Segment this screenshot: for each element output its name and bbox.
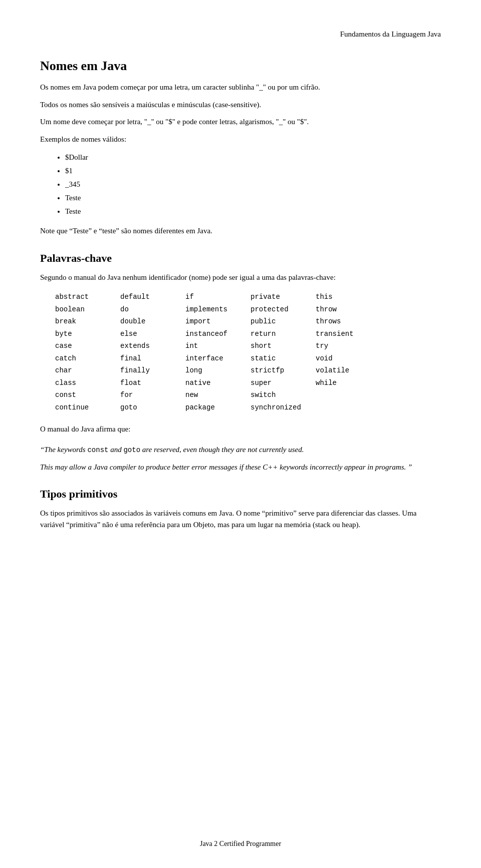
keyword: while <box>316 377 381 389</box>
keyword <box>316 389 381 401</box>
list-item: $1 <box>65 164 441 178</box>
keyword: import <box>185 315 251 328</box>
list-item: $Dollar <box>65 151 441 164</box>
keyword: continue <box>55 401 120 414</box>
keyword: long <box>185 364 251 377</box>
keyword: void <box>316 352 381 365</box>
keyword: try <box>316 340 381 352</box>
keyword: new <box>185 389 251 401</box>
keyword-goto: goto <box>123 446 140 454</box>
section1-para1: Os nomes em Java podem começar por uma l… <box>40 82 441 93</box>
section2-para1: Segundo o manual do Java nenhum identifi… <box>40 272 441 283</box>
quote-line2: This may allow a Java compiler to produc… <box>40 462 441 473</box>
section2-note-label: O manual do Java afirma que: <box>40 423 441 435</box>
list-item: Teste <box>65 205 441 218</box>
section1-examples-label: Exemplos de nomes válidos: <box>40 134 441 145</box>
section1-para3: Um nome deve começar por letra, "_" ou "… <box>40 116 441 128</box>
keyword: if <box>185 291 251 303</box>
keyword: switch <box>251 389 316 401</box>
keyword: double <box>120 315 185 328</box>
keyword: extends <box>120 340 185 352</box>
keyword: else <box>120 328 185 340</box>
keyword: super <box>251 377 316 389</box>
section2-title: Palavras-chave <box>40 252 441 265</box>
section3-title: Tipos primitivos <box>40 488 441 501</box>
keyword: goto <box>120 401 185 414</box>
keyword: char <box>55 364 120 377</box>
keyword: for <box>120 389 185 401</box>
quote-text2: and <box>108 446 123 454</box>
keyword: short <box>251 340 316 352</box>
keyword-const: const <box>87 446 108 454</box>
keyword: synchronized <box>251 401 316 414</box>
header-title: Fundamentos da Linguagem Java <box>340 30 441 38</box>
section1-title: Nomes em Java <box>40 59 441 74</box>
quote-text1: “The keywords <box>40 446 87 454</box>
keyword: protected <box>251 303 316 316</box>
keyword: native <box>185 377 251 389</box>
footer-text: Java 2 Certified Programmer <box>200 840 281 847</box>
keyword: interface <box>185 352 251 365</box>
keyword: strictfp <box>251 364 316 377</box>
keyword: final <box>120 352 185 365</box>
keyword: break <box>55 315 120 328</box>
keyword: byte <box>55 328 120 340</box>
keyword: static <box>251 352 316 365</box>
keyword: volatile <box>316 364 381 377</box>
keyword: abstract <box>55 291 120 303</box>
keyword: case <box>55 340 120 352</box>
keyword <box>316 401 381 414</box>
section1-note: Note que “Teste” e “teste” são nomes dif… <box>40 225 441 237</box>
keyword: return <box>251 328 316 340</box>
quote-text4: This may allow a Java compiler to produc… <box>40 463 412 471</box>
keyword: boolean <box>55 303 120 316</box>
list-item: Teste <box>65 191 441 205</box>
keyword: int <box>185 340 251 352</box>
keyword: instanceof <box>185 328 251 340</box>
keyword: private <box>251 291 316 303</box>
keyword: finally <box>120 364 185 377</box>
keyword: transient <box>316 328 381 340</box>
quote-line1: “The keywords const and goto are reserve… <box>40 444 441 456</box>
page: Fundamentos da Linguagem Java Nomes em J… <box>0 0 481 868</box>
keyword: throw <box>316 303 381 316</box>
quote-block: “The keywords const and goto are reserve… <box>40 444 441 473</box>
section1-para2: Todos os nomes são sensíveis a maiúscula… <box>40 99 441 111</box>
quote-text3: are reserved, even though they are not c… <box>140 446 304 454</box>
keyword: float <box>120 377 185 389</box>
list-item: _345 <box>65 178 441 191</box>
keyword: implements <box>185 303 251 316</box>
section1-examples-list: $Dollar $1 _345 Teste Teste <box>65 151 441 218</box>
keyword: this <box>316 291 381 303</box>
keyword: catch <box>55 352 120 365</box>
page-header: Fundamentos da Linguagem Java <box>40 30 441 39</box>
keyword: do <box>120 303 185 316</box>
section3-para1: Os tipos primitivos são associados às va… <box>40 508 441 530</box>
keyword: default <box>120 291 185 303</box>
keywords-grid: abstract default if private this boolean… <box>55 291 441 413</box>
keyword: package <box>185 401 251 414</box>
keyword: throws <box>316 315 381 328</box>
page-footer: Java 2 Certified Programmer <box>0 840 481 848</box>
keyword: class <box>55 377 120 389</box>
keyword: public <box>251 315 316 328</box>
keyword: const <box>55 389 120 401</box>
